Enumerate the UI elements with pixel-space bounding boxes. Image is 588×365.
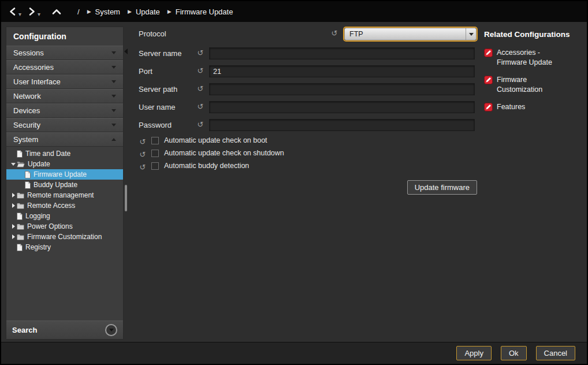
sidebar-item-accessories[interactable]: Accessories bbox=[6, 60, 123, 75]
tree-item-buddy-update[interactable]: Buddy Update bbox=[6, 180, 123, 190]
ok-button[interactable]: Ok bbox=[501, 346, 527, 360]
firmware-update-form: Protocol ↺ FTP Server name ↺ Port ↺ Serv… bbox=[129, 27, 479, 342]
related-item-firmware-customization[interactable]: Firmware Customization bbox=[484, 75, 586, 95]
reset-icon[interactable]: ↺ bbox=[196, 120, 204, 129]
reset-icon[interactable]: ↺ bbox=[196, 84, 204, 94]
chevron-down-icon bbox=[111, 80, 116, 83]
chevron-down-icon[interactable] bbox=[10, 163, 17, 166]
tree-item-label: Remote Access bbox=[27, 202, 75, 210]
sidebar-scrollbar-thumb[interactable] bbox=[125, 185, 127, 211]
chevron-down-icon bbox=[109, 329, 114, 332]
port-row: Port ↺ bbox=[129, 65, 479, 78]
tree-item-time-and-date[interactable]: Time and Date bbox=[6, 148, 123, 159]
sidebar-item-label: Devices bbox=[13, 106, 40, 115]
sidebar-item-sessions[interactable]: Sessions bbox=[6, 46, 123, 60]
chevron-up-icon bbox=[111, 138, 116, 141]
setup-window: ▾ ▾ / ▶ System ▶ Update ▶ Firmware Updat… bbox=[0, 0, 588, 365]
navigation-bar: ▾ ▾ / ▶ System ▶ Update ▶ Firmware Updat… bbox=[1, 1, 587, 22]
automatic-buddy-detection-checkbox[interactable] bbox=[151, 162, 159, 170]
related-item-label: Firmware Customization bbox=[497, 75, 566, 95]
update-check-on-boot-checkbox[interactable] bbox=[151, 137, 159, 144]
breadcrumb-root[interactable]: / bbox=[77, 8, 80, 16]
apply-button[interactable]: Apply bbox=[456, 346, 492, 360]
check-row-boot: ↺ Automatic update check on boot bbox=[129, 136, 479, 146]
reset-icon[interactable]: ↺ bbox=[139, 163, 147, 172]
page-icon bbox=[17, 244, 23, 251]
back-history-caret-icon[interactable]: ▾ bbox=[18, 11, 21, 17]
chevron-right-icon[interactable] bbox=[10, 224, 17, 229]
tree-item-update[interactable]: Update bbox=[6, 159, 123, 169]
sidebar-collapse-handle[interactable] bbox=[124, 49, 128, 54]
reset-icon[interactable]: ↺ bbox=[139, 150, 147, 159]
page-icon bbox=[17, 150, 23, 158]
tree-item-label: Logging bbox=[25, 212, 50, 220]
update-check-on-shutdown-checkbox[interactable] bbox=[151, 150, 159, 157]
folder-icon bbox=[17, 192, 24, 199]
search-expand-button[interactable] bbox=[105, 324, 117, 336]
sidebar-item-label: User Interface bbox=[13, 77, 61, 86]
folder-icon bbox=[17, 224, 24, 230]
chevron-down-icon bbox=[111, 109, 116, 112]
related-item-label: Features bbox=[497, 102, 525, 112]
protocol-row: Protocol ↺ FTP bbox=[129, 28, 479, 40]
chevron-left-icon bbox=[9, 7, 17, 16]
forward-history-caret-icon[interactable]: ▾ bbox=[38, 11, 40, 17]
reset-icon[interactable]: ↺ bbox=[330, 29, 338, 38]
tree-item-label: Time and Date bbox=[25, 150, 70, 158]
forward-button[interactable] bbox=[27, 6, 36, 17]
server-path-input[interactable] bbox=[209, 83, 475, 95]
related-item-features[interactable]: Features bbox=[484, 102, 586, 114]
related-item-accessories-firmware-update[interactable]: Accessories - Firmware Update bbox=[484, 48, 586, 68]
breadcrumb-update[interactable]: Update bbox=[136, 8, 160, 16]
reset-icon[interactable]: ↺ bbox=[196, 49, 204, 58]
tree-item-firmware-customization[interactable]: Firmware Customization bbox=[6, 232, 123, 242]
password-input[interactable] bbox=[209, 119, 475, 131]
tree-item-remote-management[interactable]: Remote management bbox=[6, 190, 123, 200]
configuration-sidebar: Configuration Sessions Accessories User … bbox=[6, 27, 124, 340]
sidebar-item-label: Network bbox=[13, 92, 41, 100]
page-icon bbox=[17, 213, 23, 220]
breadcrumb-arrow-icon: ▶ bbox=[168, 9, 172, 14]
reset-icon[interactable]: ↺ bbox=[196, 102, 204, 111]
check-row-shutdown: ↺ Automatic update check on shutdown bbox=[129, 149, 479, 158]
back-button[interactable] bbox=[8, 6, 17, 17]
breadcrumb-system[interactable]: System bbox=[95, 8, 120, 16]
search-label: Search bbox=[12, 326, 37, 334]
sidebar-item-network[interactable]: Network bbox=[6, 89, 123, 103]
update-check-on-shutdown-label: Automatic update check on shutdown bbox=[164, 149, 284, 157]
chevron-up-icon bbox=[51, 8, 62, 15]
tree-item-label: Firmware Update bbox=[34, 170, 87, 178]
up-level-button[interactable] bbox=[51, 7, 62, 16]
automatic-buddy-detection-label: Automatic buddy detection bbox=[164, 162, 249, 170]
reset-icon[interactable]: ↺ bbox=[139, 137, 147, 147]
server-name-input[interactable] bbox=[209, 47, 475, 59]
sidebar-item-security[interactable]: Security bbox=[6, 118, 123, 132]
sidebar-item-system[interactable]: System bbox=[6, 132, 123, 147]
update-firmware-button[interactable]: Update firmware bbox=[407, 180, 477, 195]
tree-item-logging[interactable]: Logging bbox=[6, 211, 123, 221]
chevron-right-icon[interactable] bbox=[10, 193, 17, 198]
chevron-down-icon bbox=[111, 124, 116, 126]
server-path-row: Server path ↺ bbox=[129, 83, 479, 96]
sidebar-item-label: Security bbox=[13, 121, 40, 129]
sidebar-item-devices[interactable]: Devices bbox=[6, 103, 123, 118]
tree-item-registry[interactable]: Registry bbox=[6, 242, 123, 252]
edit-icon bbox=[484, 103, 493, 114]
reset-icon[interactable]: ↺ bbox=[196, 66, 204, 76]
chevron-right-icon[interactable] bbox=[10, 234, 17, 239]
chevron-right-icon[interactable] bbox=[10, 203, 17, 208]
tree-item-power-options[interactable]: Power Options bbox=[6, 221, 123, 232]
search-section[interactable]: Search bbox=[6, 321, 123, 339]
port-input[interactable] bbox=[209, 65, 475, 77]
user-name-input[interactable] bbox=[209, 101, 475, 113]
tree-item-firmware-update[interactable]: Firmware Update bbox=[6, 169, 123, 180]
sidebar-item-user-interface[interactable]: User Interface bbox=[6, 75, 123, 89]
port-label: Port bbox=[139, 67, 152, 76]
tree-item-label: Update bbox=[28, 160, 50, 168]
protocol-select[interactable]: FTP bbox=[344, 28, 477, 40]
breadcrumb-firmware-update[interactable]: Firmware Update bbox=[176, 8, 233, 16]
protocol-label: Protocol bbox=[139, 29, 166, 38]
tree-item-remote-access[interactable]: Remote Access bbox=[6, 200, 123, 211]
chevron-down-icon bbox=[466, 28, 476, 40]
cancel-button[interactable]: Cancel bbox=[536, 346, 575, 360]
